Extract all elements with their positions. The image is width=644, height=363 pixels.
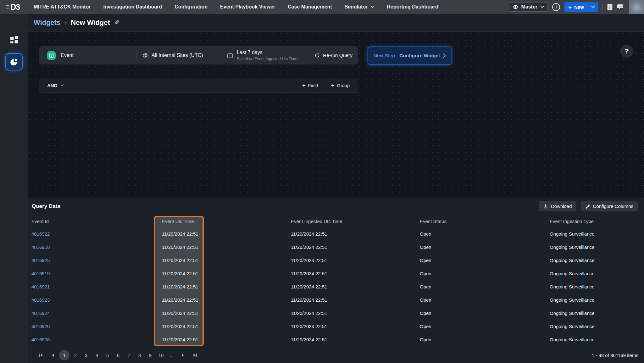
nav-case-management[interactable]: Case Management bbox=[281, 0, 338, 14]
page-button[interactable]: 8 bbox=[134, 353, 145, 358]
sites-section[interactable]: All Internal Sites (UTC) bbox=[137, 46, 220, 64]
column-header-event-id[interactable]: Event Id bbox=[31, 219, 162, 224]
page-button[interactable]: 2 bbox=[70, 353, 81, 358]
event-id-link[interactable]: 4016918 bbox=[31, 244, 50, 250]
navbar-divider bbox=[602, 3, 603, 10]
last-page-button[interactable] bbox=[189, 353, 201, 357]
page-button-active[interactable]: 1 bbox=[59, 350, 69, 360]
page-button[interactable]: 10 bbox=[156, 353, 166, 358]
page-button[interactable]: 4 bbox=[92, 353, 102, 358]
event-id-link[interactable]: 4016925 bbox=[31, 258, 50, 263]
query-data-title: Query Data bbox=[32, 203, 60, 209]
next-step-emphasis: Configure Widget bbox=[399, 53, 440, 59]
event-ingested-utc-time-cell: 11/20/2024 22:51 bbox=[291, 297, 420, 303]
add-field-button[interactable]: + Field bbox=[302, 83, 318, 88]
event-datasource-icon bbox=[47, 51, 56, 60]
table-row: 4016923 11/20/2024 22:51 11/20/2024 22:5… bbox=[31, 293, 637, 306]
filter-operator-dropdown[interactable]: AND bbox=[47, 83, 64, 88]
query-builder-canvas: Event All Internal Sites (UTC) Last 7 da… bbox=[28, 32, 644, 198]
page-button[interactable]: 5 bbox=[102, 353, 113, 358]
new-button[interactable]: + New bbox=[564, 2, 598, 12]
nav-event-playbook-viewer[interactable]: Event Playbook Viewer bbox=[214, 0, 281, 14]
first-page-button[interactable] bbox=[35, 353, 47, 357]
column-header-event-ingestion-type[interactable]: Event Ingestion Type bbox=[550, 219, 637, 224]
chat-icon[interactable] bbox=[617, 4, 623, 10]
column-header-event-status[interactable]: Event Status bbox=[420, 219, 550, 224]
column-header-event-ingested-utc-time[interactable]: Event Ingested Utc Time bbox=[291, 219, 420, 224]
info-icon[interactable]: i bbox=[552, 3, 560, 11]
new-button-label: New bbox=[574, 4, 584, 10]
breadcrumb: Widgets › New Widget ✎ bbox=[28, 14, 644, 32]
event-status-cell: Open bbox=[420, 324, 550, 329]
event-id-link[interactable]: 4016921 bbox=[31, 284, 50, 289]
filter-operator-label: AND bbox=[47, 83, 58, 88]
nav-investigation-dashboard[interactable]: Investigation Dashboard bbox=[97, 0, 169, 14]
sidebar-item-dashboards[interactable] bbox=[9, 35, 19, 44]
left-sidebar bbox=[0, 14, 28, 363]
edit-title-icon[interactable]: ✎ bbox=[114, 19, 119, 26]
event-ingested-utc-time-cell: 11/20/2024 22:51 bbox=[291, 271, 420, 276]
page-button[interactable]: 3 bbox=[81, 353, 92, 358]
top-navbar: ≡ D3 MITRE ATT&CK Monitor Investigation … bbox=[0, 0, 644, 14]
page-button[interactable]: 6 bbox=[113, 353, 124, 358]
event-ingested-utc-time-cell: 11/20/2024 22:51 bbox=[291, 244, 420, 250]
new-button-main[interactable]: + New bbox=[564, 4, 588, 10]
master-site-selector[interactable]: Master bbox=[509, 2, 548, 12]
nav-reporting-dashboard[interactable]: Reporting Dashboard bbox=[380, 0, 445, 14]
sidebar-item-widgets-active[interactable] bbox=[5, 53, 23, 70]
page-button[interactable]: 7 bbox=[124, 353, 134, 358]
app-root: ≡ D3 MITRE ATT&CK Monitor Investigation … bbox=[0, 0, 644, 363]
items-count-summary: 1 - 48 of 361169 items bbox=[592, 347, 638, 363]
event-utc-time-cell: 11/20/2024 22:51 bbox=[162, 284, 291, 289]
event-ingestion-type-cell: Ongoing Surveillance bbox=[550, 258, 637, 263]
next-step-configure-widget-button[interactable]: Next Step: Configure Widget bbox=[368, 47, 452, 65]
column-header-event-utc-time[interactable]: Event Utc Time bbox=[162, 219, 291, 224]
user-avatar[interactable] bbox=[629, 0, 644, 14]
download-button[interactable]: Download bbox=[539, 201, 576, 211]
event-utc-time-cell: 11/20/2024 22:51 bbox=[162, 310, 291, 316]
event-id-link[interactable]: 4016906 bbox=[31, 337, 50, 342]
table-row: 4016918 11/20/2024 22:51 11/20/2024 22:5… bbox=[31, 240, 637, 254]
table-row: 4016924 11/20/2024 22:51 11/20/2024 22:5… bbox=[31, 306, 637, 320]
help-button[interactable]: ? bbox=[620, 45, 633, 58]
page-button[interactable]: 9 bbox=[145, 353, 156, 358]
chevron-down-icon bbox=[60, 84, 64, 87]
breadcrumb-separator: › bbox=[64, 19, 67, 26]
configure-columns-button[interactable]: Configure Columns bbox=[581, 201, 638, 211]
add-group-button[interactable]: + Group bbox=[331, 83, 350, 88]
add-group-label: Group bbox=[337, 83, 350, 88]
wrench-icon bbox=[585, 204, 590, 209]
new-button-chevron[interactable] bbox=[588, 6, 598, 8]
event-ingested-utc-time-cell: 11/20/2024 22:51 bbox=[291, 284, 420, 289]
event-id-link[interactable]: 4016923 bbox=[31, 297, 50, 303]
nav-simulator[interactable]: Simulator bbox=[338, 0, 381, 14]
datasource-section[interactable]: Event bbox=[39, 46, 136, 64]
time-range-label: Last 7 days bbox=[237, 50, 297, 55]
event-id-link[interactable]: 4016926 bbox=[31, 324, 50, 329]
rerun-query-button[interactable]: Re-run Query bbox=[314, 53, 353, 58]
breadcrumb-widgets-link[interactable]: Widgets bbox=[34, 19, 60, 27]
event-id-link[interactable]: 4016922 bbox=[31, 231, 50, 237]
next-page-button[interactable] bbox=[177, 353, 189, 357]
plus-icon: + bbox=[331, 83, 335, 88]
d3-logo[interactable]: ≡ D3 bbox=[6, 3, 20, 12]
question-mark-icon: ? bbox=[625, 47, 629, 55]
time-range-basis: Based on Event Ingested Utc Time bbox=[237, 57, 297, 61]
event-ingested-utc-time-cell: 11/20/2024 22:51 bbox=[291, 310, 420, 316]
page-ellipsis[interactable]: ... bbox=[166, 353, 177, 358]
event-utc-time-cell: 11/20/2024 22:51 bbox=[162, 244, 291, 250]
nav-configuration[interactable]: Configuration bbox=[168, 0, 214, 14]
event-id-link[interactable]: 4016919 bbox=[31, 271, 50, 276]
event-ingested-utc-time-cell: 11/20/2024 22:51 bbox=[291, 324, 420, 329]
nav-mitre-attack-monitor[interactable]: MITRE ATT&CK Monitor bbox=[27, 0, 97, 14]
event-id-link[interactable]: 4016924 bbox=[31, 310, 50, 316]
globe-icon bbox=[142, 53, 148, 58]
event-ingestion-type-cell: Ongoing Surveillance bbox=[550, 271, 637, 276]
time-range-section[interactable]: Last 7 days Based on Event Ingested Utc … bbox=[220, 46, 358, 64]
pagination-bar: 1 2 3 4 5 6 7 8 9 10 ... 1 - 48 of 36116… bbox=[28, 347, 644, 363]
document-info-icon[interactable] bbox=[607, 4, 613, 10]
previous-page-button[interactable] bbox=[47, 353, 58, 357]
chevron-down-icon bbox=[540, 6, 544, 8]
logo-bars-icon: ≡ bbox=[6, 3, 9, 11]
event-utc-time-cell: 11/20/2024 22:51 bbox=[162, 324, 291, 329]
